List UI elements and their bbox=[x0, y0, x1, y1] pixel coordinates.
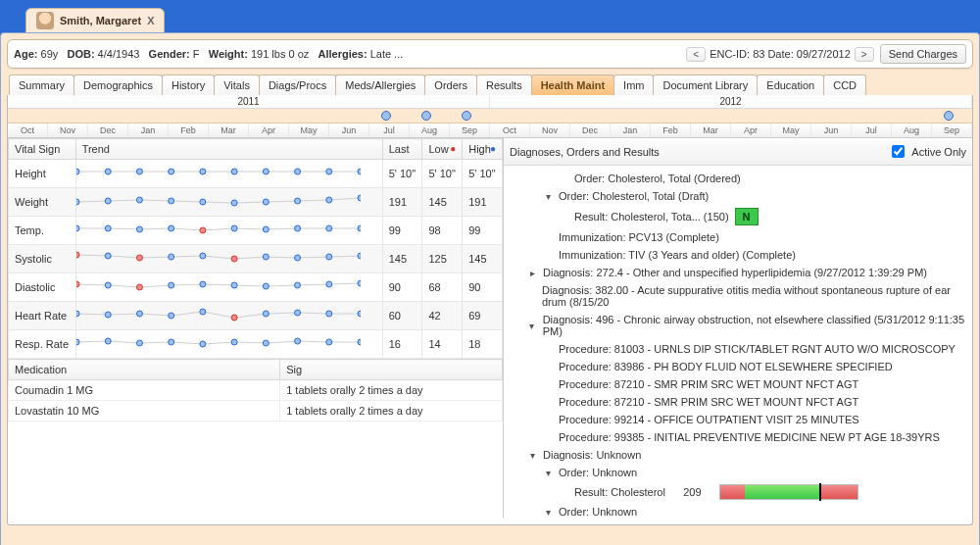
encounter-prev-button[interactable]: < bbox=[686, 47, 706, 62]
expand-icon[interactable]: ▸ bbox=[527, 268, 537, 278]
timeline-month[interactable]: Jun bbox=[329, 124, 369, 137]
medication-row[interactable]: Coumadin 1 MG1 tablets orally 2 times a … bbox=[9, 380, 503, 401]
dor-item[interactable]: Immunization: TIV (3 Years and older) (C… bbox=[510, 246, 970, 264]
svg-point-66 bbox=[263, 340, 269, 346]
expand-icon[interactable]: ▾ bbox=[527, 321, 537, 331]
tab-vitals[interactable]: Vitals bbox=[214, 74, 260, 95]
timeline[interactable]: 20112012 OctNovDecJanFebMarAprMayJunJulA… bbox=[8, 95, 972, 138]
svg-point-54 bbox=[200, 309, 206, 315]
tab-education[interactable]: Education bbox=[757, 74, 824, 95]
dor-item[interactable]: Immunization: PCV13 (Complete) bbox=[510, 228, 970, 246]
dor-item[interactable]: Order: Cholesterol, Total (Ordered) bbox=[510, 170, 970, 187]
dor-item[interactable]: ▸Diagnosis: 272.4 - Other and unspecifie… bbox=[510, 264, 970, 281]
timeline-month[interactable]: Apr bbox=[731, 124, 771, 137]
vitals-col-high[interactable]: High● bbox=[463, 139, 503, 160]
dor-item[interactable]: Result: Cholesterol 209 bbox=[510, 481, 970, 503]
dor-item[interactable]: Procedure: 83986 - PH BODY FLUID NOT ELS… bbox=[510, 358, 970, 375]
timeline-month[interactable]: Dec bbox=[570, 124, 611, 137]
svg-point-26 bbox=[263, 226, 269, 232]
patient-tab[interactable]: Smith, Margaret X bbox=[25, 8, 165, 32]
dor-item[interactable]: Procedure: 87210 - SMR PRIM SRC WET MOUN… bbox=[510, 393, 970, 411]
vitals-row[interactable]: Diastolic906890 bbox=[9, 273, 503, 302]
timeline-month[interactable]: Mar bbox=[209, 124, 249, 137]
vitals-row[interactable]: Temp.999899 bbox=[9, 217, 503, 245]
svg-point-8 bbox=[325, 169, 331, 174]
close-tab-icon[interactable]: X bbox=[147, 15, 154, 26]
dor-item[interactable]: ▾Order: Unknown bbox=[510, 503, 970, 519]
timeline-month[interactable]: Jan bbox=[128, 124, 169, 137]
svg-point-34 bbox=[200, 253, 206, 259]
send-charges-button[interactable]: Send Charges bbox=[880, 44, 966, 64]
encounter-next-button[interactable]: > bbox=[855, 47, 874, 62]
vitals-row[interactable]: Height5' 10"5' 10"5' 10" bbox=[9, 160, 503, 188]
svg-point-49 bbox=[358, 280, 361, 286]
svg-point-27 bbox=[294, 225, 300, 231]
timeline-event-dot[interactable] bbox=[421, 111, 431, 121]
tab-history[interactable]: History bbox=[162, 74, 215, 95]
vitals-col-last[interactable]: Last bbox=[382, 139, 422, 160]
dor-item[interactable]: ▾Diagnosis: 496 - Chronic airway obstruc… bbox=[510, 311, 970, 340]
tab-orders[interactable]: Orders bbox=[424, 74, 477, 95]
vitals-col-trend[interactable]: Trend bbox=[75, 139, 382, 160]
svg-point-7 bbox=[294, 169, 300, 174]
svg-point-25 bbox=[231, 225, 237, 231]
tab-document-library[interactable]: Document Library bbox=[653, 74, 758, 95]
svg-point-37 bbox=[294, 255, 300, 261]
timeline-month[interactable]: Nov bbox=[48, 124, 88, 137]
timeline-month[interactable]: Aug bbox=[892, 124, 932, 137]
tab-demographics[interactable]: Demographics bbox=[74, 74, 163, 95]
expand-icon[interactable]: ▾ bbox=[543, 191, 553, 202]
dor-item[interactable]: ▾Order: Cholesterol, Total (Draft) bbox=[510, 187, 970, 205]
vitals-row[interactable]: Systolic145125145 bbox=[9, 245, 503, 273]
tab-diags-procs[interactable]: Diags/Procs bbox=[259, 74, 336, 95]
vitals-col-low[interactable]: Low● bbox=[422, 139, 463, 160]
expand-icon[interactable]: ▾ bbox=[543, 507, 553, 518]
meds-col-medication[interactable]: Medication bbox=[9, 360, 280, 380]
avatar bbox=[36, 12, 54, 29]
vitals-row[interactable]: Heart Rate604269 bbox=[9, 302, 503, 330]
medication-row[interactable]: Lovastatin 10 MG1 tablets orally 2 times… bbox=[9, 401, 503, 421]
dor-item[interactable]: Procedure: 87210 - SMR PRIM SRC WET MOUN… bbox=[510, 375, 970, 393]
dor-item[interactable]: ▾Diagnosis: Unknown bbox=[510, 446, 970, 464]
timeline-month[interactable]: Oct bbox=[8, 124, 48, 137]
timeline-month[interactable]: Oct bbox=[490, 124, 530, 137]
active-only-checkbox[interactable]: Active Only bbox=[888, 142, 966, 161]
timeline-month[interactable]: May bbox=[289, 124, 329, 137]
timeline-month[interactable]: Feb bbox=[651, 124, 691, 137]
dor-item[interactable]: ▾Order: Unknown bbox=[510, 464, 970, 481]
timeline-month[interactable]: Jul bbox=[852, 124, 892, 137]
vitals-col-sign[interactable]: Vital Sign bbox=[9, 139, 76, 160]
timeline-month[interactable]: May bbox=[771, 124, 811, 137]
vitals-row[interactable]: Resp. Rate161418 bbox=[9, 330, 503, 359]
tab-health-maint[interactable]: Health Maint bbox=[531, 74, 614, 95]
vitals-row[interactable]: Weight191145191 bbox=[9, 188, 503, 217]
tab-ccd[interactable]: CCD bbox=[823, 74, 866, 95]
timeline-month[interactable]: Feb bbox=[169, 124, 209, 137]
dor-item[interactable]: Result: Cholesterol, Tota... (150)N bbox=[510, 205, 970, 228]
dor-item[interactable]: Procedure: 99214 - OFFICE OUTPATIENT VIS… bbox=[510, 411, 970, 428]
timeline-month[interactable]: Aug bbox=[410, 124, 450, 137]
timeline-month[interactable]: Jul bbox=[369, 124, 410, 137]
tab-results[interactable]: Results bbox=[476, 74, 532, 95]
timeline-month[interactable]: Sep bbox=[932, 124, 972, 137]
timeline-month[interactable]: Nov bbox=[530, 124, 570, 137]
tab-imm[interactable]: Imm bbox=[613, 74, 654, 95]
meds-col-sig[interactable]: Sig bbox=[280, 360, 503, 380]
timeline-event-dot[interactable] bbox=[462, 111, 471, 121]
timeline-month[interactable]: Mar bbox=[691, 124, 731, 137]
timeline-month[interactable]: Dec bbox=[88, 124, 128, 137]
dor-item[interactable]: Procedure: 99385 - INITIAL PREVENTIVE ME… bbox=[510, 428, 970, 446]
tab-meds-allergies[interactable]: Meds/Allergies bbox=[335, 74, 425, 95]
timeline-month[interactable]: Jun bbox=[811, 124, 852, 137]
expand-icon[interactable]: ▾ bbox=[543, 468, 553, 478]
timeline-month[interactable]: Sep bbox=[450, 124, 490, 137]
tab-summary[interactable]: Summary bbox=[9, 74, 74, 95]
timeline-month[interactable]: Apr bbox=[249, 124, 289, 137]
dor-item[interactable]: Procedure: 81003 - URNLS DIP STICK/TABLE… bbox=[510, 340, 970, 358]
timeline-event-dot[interactable] bbox=[381, 111, 391, 121]
expand-icon[interactable]: ▾ bbox=[527, 450, 537, 461]
timeline-month[interactable]: Jan bbox=[611, 124, 651, 137]
svg-point-16 bbox=[263, 199, 269, 205]
timeline-event-dot[interactable] bbox=[944, 111, 954, 121]
dor-item[interactable]: Diagnosis: 382.00 - Acute suppurative ot… bbox=[510, 281, 970, 311]
